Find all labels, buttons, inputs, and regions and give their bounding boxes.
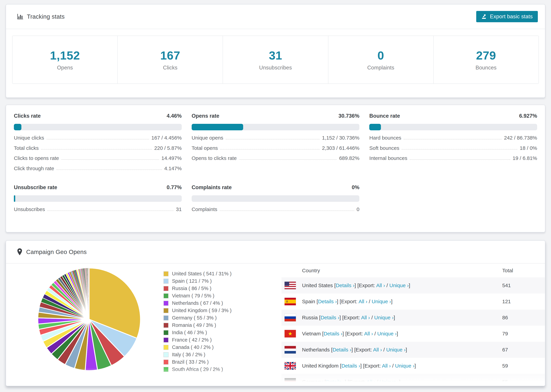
dotted-leader xyxy=(410,159,510,160)
rate-detail-row: Total clicks 220 / 5.87% xyxy=(14,145,182,151)
rate-detail-row: Click through rate 4.147% xyxy=(14,166,182,171)
flag-cell xyxy=(282,346,302,354)
details-link[interactable]: Details › xyxy=(336,283,354,288)
stat-clicks: 167 Clicks xyxy=(118,36,223,84)
details-link[interactable]: Details › xyxy=(320,315,339,320)
country-total: 67 xyxy=(502,347,545,353)
rate-detail-value: 689.82% xyxy=(339,155,359,161)
details-link[interactable]: Details › xyxy=(326,379,345,385)
geo-section-title: Campaign Geo Opens xyxy=(26,249,87,255)
stat-unsubscribes: 31 Unsubscribes xyxy=(223,36,328,84)
country-name: Russia xyxy=(302,315,318,320)
geo-table-row-netherlands: Netherlands [Details ›] [Export: All › /… xyxy=(282,342,545,358)
export-unique-link[interactable]: Unique › xyxy=(377,331,397,336)
flag-cell xyxy=(282,314,302,321)
export-unique-link[interactable]: Unique › xyxy=(389,283,409,288)
geo-table-body: United States [Details ›] [Export: All ›… xyxy=(282,277,545,386)
country-cell: Germany [Details ›] [Export: All › / Uni… xyxy=(302,379,502,385)
rate-detail-row: Opens to clicks rate 689.82% xyxy=(192,155,360,161)
legend-swatch xyxy=(163,293,169,298)
dotted-leader xyxy=(239,159,337,160)
export-unique-link[interactable]: Unique › xyxy=(374,315,394,320)
bracket-text: ] [Export: xyxy=(351,347,373,352)
legend-label: South Africa ( 29 / 2% ) xyxy=(172,366,223,372)
rate-detail-value: 0 xyxy=(357,207,360,212)
rate-detail-label: Unsubscribes xyxy=(14,207,45,212)
bracket-text: / xyxy=(367,299,372,304)
details-link[interactable]: Details › xyxy=(318,299,337,304)
country-total: 79 xyxy=(502,331,545,336)
rate-detail-row: Internal bounces 19 / 6.81% xyxy=(369,155,537,161)
flag-cell xyxy=(282,298,302,305)
export-all-link[interactable]: All › xyxy=(382,363,391,369)
country-cell: Vietnam [Details ›] [Export: All › / Uni… xyxy=(302,331,502,336)
stat-value: 279 xyxy=(476,49,496,62)
country-cell: United States [Details ›] [Export: All ›… xyxy=(302,283,502,288)
details-link[interactable]: Details › xyxy=(341,363,360,369)
bracket-text: ] xyxy=(414,363,416,369)
rate-detail-value: 31 xyxy=(176,207,182,212)
country-name: Vietnam xyxy=(302,331,321,336)
legend-item-romania: Romania ( 49 / 3% ) xyxy=(163,322,282,329)
export-all-link[interactable]: All › xyxy=(376,283,385,288)
rate-detail-row: Clicks to opens rate 14.497% xyxy=(14,155,182,161)
rate-heading: Unsubscribe rate 0.77% xyxy=(14,184,182,190)
progress-bar xyxy=(192,124,360,130)
rate-value: 0.77% xyxy=(167,184,182,190)
bracket-text: ] [Export: xyxy=(360,363,382,369)
dotted-leader xyxy=(402,149,517,149)
rate-detail-value: 19 / 6.81% xyxy=(513,155,537,161)
pie-legend: United States ( 541 / 31% ) Spain ( 121 … xyxy=(163,270,282,386)
progress-bar xyxy=(369,124,537,130)
country-name: United Kingdom xyxy=(302,363,339,369)
export-all-link[interactable]: All › xyxy=(359,299,367,304)
legend-item-netherlands: Netherlands ( 67 / 4% ) xyxy=(163,300,282,307)
bracket-text: [ xyxy=(340,363,341,369)
dotted-leader xyxy=(57,169,162,170)
export-unique-link[interactable]: Unique › xyxy=(372,299,391,304)
rate-detail-label: Clicks to opens rate xyxy=(14,155,59,161)
rate-heading: Opens rate 30.736% xyxy=(192,113,360,119)
export-all-link[interactable]: All › xyxy=(364,331,373,336)
bracket-text: ] xyxy=(406,347,407,352)
rate-title: Complaints rate xyxy=(192,184,232,190)
country-total: 121 xyxy=(502,299,545,304)
details-link[interactable]: Details › xyxy=(324,331,342,336)
export-all-link[interactable]: All › xyxy=(367,379,375,385)
legend-item-south-africa: South Africa ( 29 / 2% ) xyxy=(163,366,282,373)
legend-swatch xyxy=(163,271,169,276)
dotted-leader xyxy=(47,210,174,211)
stat-value: 0 xyxy=(377,49,384,62)
export-unique-link[interactable]: Unique › xyxy=(395,363,414,369)
export-basic-stats-button[interactable]: Export basic stats xyxy=(476,11,538,22)
details-link[interactable]: Details › xyxy=(332,347,351,352)
legend-label: Canada ( 40 / 2% ) xyxy=(172,344,213,350)
export-unique-link[interactable]: Unique › xyxy=(386,347,406,352)
legend-label: Italy ( 36 / 2% ) xyxy=(172,352,205,357)
rate-rows: Unsubscribes 31 xyxy=(14,207,182,212)
country-name: Germany xyxy=(302,379,323,385)
rate-heading: Clicks rate 4.46% xyxy=(14,113,182,119)
rate-value: 6.927% xyxy=(519,113,537,119)
stat-label: Opens xyxy=(57,65,73,71)
country-cell: Netherlands [Details ›] [Export: All › /… xyxy=(302,347,502,353)
legend-item-brazil: Brazil ( 33 / 2% ) xyxy=(163,358,282,366)
country-name: Netherlands xyxy=(302,347,330,352)
legend-label: Brazil ( 33 / 2% ) xyxy=(172,359,209,365)
progress-fill xyxy=(369,124,381,130)
geo-body: United States ( 541 / 31% ) Spain ( 121 … xyxy=(6,264,545,386)
export-all-link[interactable]: All › xyxy=(373,347,382,352)
bracket-text: ] [Export: xyxy=(345,379,367,385)
page-title: Tracking stats xyxy=(27,13,65,20)
export-all-link[interactable]: All › xyxy=(361,315,370,320)
legend-swatch xyxy=(163,279,169,284)
stat-opens: 1,152 Opens xyxy=(13,36,118,84)
export-unique-link[interactable]: Unique › xyxy=(380,379,399,385)
rate-detail-label: Opens to clicks rate xyxy=(192,155,237,161)
united-states-flag-icon xyxy=(285,282,296,289)
rate-detail-value: 2,303 / 61.446% xyxy=(322,145,360,151)
legend-item-spain: Spain ( 121 / 7% ) xyxy=(163,277,282,285)
germany-flag-icon xyxy=(285,378,296,386)
rate-value: 4.46% xyxy=(167,113,182,119)
flag-cell xyxy=(282,362,302,370)
